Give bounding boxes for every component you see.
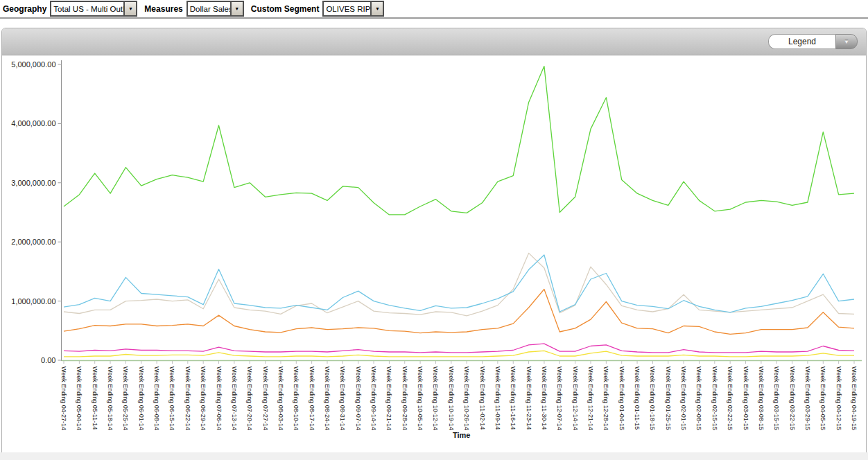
x-tick-label: Week Ending 09-07-14 bbox=[355, 366, 362, 430]
x-tick-label: Week Ending 11-09-14 bbox=[494, 366, 501, 430]
measures-select[interactable]: Dollar Sales ▼ bbox=[186, 1, 244, 17]
custom-segment-select[interactable]: OLIVES RIPE ▼ bbox=[322, 1, 384, 17]
x-tick-label: Week Ending 10-05-14 bbox=[417, 366, 424, 430]
x-tick-label: Week Ending 02-01-15 bbox=[680, 366, 687, 430]
panel-header: Legend ▼ bbox=[2, 28, 866, 55]
x-tick-label: Week Ending 03-01-15 bbox=[743, 366, 749, 430]
geography-select[interactable]: Total US - Multi Outlet ▼ bbox=[50, 1, 137, 17]
line-chart: 5,000,000.004,000,000.003,000,000.002,00… bbox=[2, 55, 865, 452]
x-tick-label: Week Ending 04-12-15 bbox=[835, 366, 842, 430]
x-tick-label: Week Ending 11-16-14 bbox=[510, 366, 517, 430]
measures-select-value: Dollar Sales bbox=[188, 2, 230, 15]
page-bottom-strip bbox=[0, 452, 868, 460]
series-magenta-line bbox=[64, 344, 854, 353]
custom-segment-label: Custom Segment bbox=[251, 4, 320, 14]
x-tick-label: Week Ending 12-28-14 bbox=[602, 366, 609, 430]
x-tick-label: Week Ending 01-11-15 bbox=[634, 366, 641, 430]
x-tick-label: Week Ending 06-01-14 bbox=[138, 366, 145, 430]
measures-label: Measures bbox=[144, 4, 182, 14]
geography-label: Geography bbox=[3, 4, 46, 14]
x-tick-label: Week Ending 10-19-14 bbox=[448, 366, 455, 430]
x-tick-label: Week Ending 08-10-14 bbox=[293, 366, 300, 430]
series-blue-line bbox=[64, 255, 854, 312]
x-tick-label: Week Ending 09-21-14 bbox=[385, 366, 392, 430]
x-tick-label: Week Ending 04-19-15 bbox=[851, 366, 858, 430]
y-tick-label: 5,000,000.00 bbox=[11, 60, 55, 69]
series-green-line bbox=[64, 67, 854, 215]
custom-segment-select-value: OLIVES RIPE bbox=[324, 2, 370, 15]
legend-dropdown[interactable]: Legend ▼ bbox=[768, 34, 858, 49]
chart-panel: Legend ▼ 5,000,000.004,000,000.003,000,0… bbox=[1, 28, 867, 454]
y-tick-label: 1,000,000.00 bbox=[11, 297, 55, 306]
x-tick-label: Week Ending 10-12-14 bbox=[432, 366, 439, 430]
x-tick-label: Week Ending 05-04-14 bbox=[76, 366, 83, 430]
x-tick-label: Week Ending 12-14-14 bbox=[572, 366, 579, 430]
chevron-down-icon[interactable]: ▼ bbox=[123, 2, 136, 15]
legend-dropdown-label: Legend bbox=[768, 34, 835, 49]
x-tick-label: Week Ending 12-07-14 bbox=[556, 366, 563, 430]
x-tick-label: Week Ending 02-15-15 bbox=[711, 366, 718, 430]
x-tick-label: Week Ending 03-29-15 bbox=[804, 366, 811, 430]
chart-area: 5,000,000.004,000,000.003,000,000.002,00… bbox=[2, 55, 865, 452]
x-tick-label: Week Ending 04-05-15 bbox=[819, 366, 826, 430]
x-tick-label: Week Ending 08-31-14 bbox=[339, 366, 346, 430]
x-axis-title: Time bbox=[453, 431, 470, 439]
x-tick-label: Week Ending 12-21-14 bbox=[587, 366, 594, 430]
x-tick-label: Week Ending 06-29-14 bbox=[200, 366, 207, 430]
y-tick-label: 3,000,000.00 bbox=[11, 179, 55, 187]
toolbar: Geography Total US - Multi Outlet ▼ Meas… bbox=[0, 0, 868, 19]
x-tick-label: Week Ending 07-13-14 bbox=[231, 366, 238, 430]
legend-dropdown-button[interactable]: ▼ bbox=[835, 34, 858, 49]
x-tick-label: Week Ending 07-27-14 bbox=[262, 366, 269, 430]
series-yellow-line bbox=[64, 351, 854, 357]
chevron-down-icon[interactable]: ▼ bbox=[370, 2, 383, 15]
x-tick-label: Week Ending 03-08-15 bbox=[758, 366, 765, 430]
x-tick-label: Week Ending 11-23-14 bbox=[526, 366, 532, 430]
x-tick-label: Week Ending 06-22-14 bbox=[184, 366, 191, 430]
x-tick-label: Week Ending 08-17-14 bbox=[309, 366, 315, 430]
x-tick-label: Week Ending 05-18-14 bbox=[107, 366, 114, 430]
x-tick-label: Week Ending 09-14-14 bbox=[370, 366, 377, 430]
chevron-down-icon[interactable]: ▼ bbox=[230, 2, 243, 15]
x-tick-label: Week Ending 09-28-14 bbox=[401, 366, 408, 430]
x-tick-label: Week Ending 03-15-15 bbox=[773, 366, 780, 430]
x-tick-label: Week Ending 03-22-15 bbox=[789, 366, 796, 430]
x-tick-label: Week Ending 11-02-14 bbox=[479, 366, 486, 430]
y-tick-label: 0.00 bbox=[41, 356, 55, 364]
geography-select-value: Total US - Multi Outlet bbox=[51, 2, 123, 15]
x-tick-label: Week Ending 11-30-14 bbox=[541, 366, 548, 430]
x-tick-label: Week Ending 01-25-15 bbox=[665, 366, 672, 430]
x-tick-label: Week Ending 06-08-14 bbox=[153, 366, 160, 430]
x-tick-label: Week Ending 06-15-14 bbox=[168, 366, 175, 430]
x-tick-label: Week Ending 02-22-15 bbox=[727, 366, 734, 430]
y-tick-label: 2,000,000.00 bbox=[11, 238, 55, 246]
x-tick-label: Week Ending 08-24-14 bbox=[324, 366, 331, 430]
x-tick-label: Week Ending 07-20-14 bbox=[246, 366, 253, 430]
x-tick-label: Week Ending 04-27-14 bbox=[60, 366, 67, 430]
x-tick-label: Week Ending 01-18-15 bbox=[649, 366, 656, 430]
y-tick-label: 4,000,000.00 bbox=[11, 119, 55, 127]
x-tick-label: Week Ending 02-08-15 bbox=[695, 366, 702, 430]
x-tick-label: Week Ending 05-25-14 bbox=[122, 366, 129, 430]
x-tick-label: Week Ending 10-26-14 bbox=[463, 366, 470, 430]
x-tick-label: Week Ending 08-03-14 bbox=[277, 366, 284, 430]
x-tick-label: Week Ending 07-06-14 bbox=[216, 366, 223, 430]
x-tick-label: Week Ending 01-04-15 bbox=[618, 366, 625, 430]
x-tick-label: Week Ending 05-11-14 bbox=[92, 366, 98, 430]
chevron-down-icon: ▼ bbox=[844, 39, 849, 45]
series-tan-line bbox=[64, 253, 854, 316]
